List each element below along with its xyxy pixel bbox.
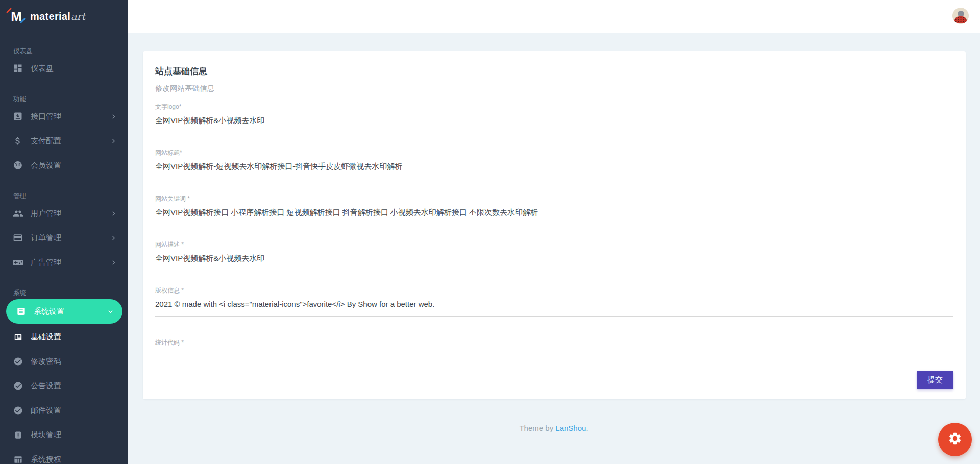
sidebar-subitem-basic-settings[interactable]: 基础设置: [0, 325, 128, 349]
chevron-right-icon: [110, 113, 117, 120]
reader-icon: [12, 331, 23, 343]
input-underline: [155, 225, 953, 225]
site-keywords-label: 网站关键词 *: [155, 194, 953, 203]
sidebar-item-payment-config[interactable]: 支付配置: [0, 129, 128, 153]
chevron-right-icon: [110, 259, 117, 266]
sidebar-subitem-announcement-settings[interactable]: 公告设置: [0, 374, 128, 398]
top-bar: [128, 0, 980, 33]
settings-fab-button[interactable]: [938, 423, 972, 456]
field-group-site-keywords: 网站关键词 * 全网VIP视频解析接口 小程序解析接口 短视频解析接口 抖音解析…: [155, 194, 953, 225]
analytics-code-label: 统计代码 *: [155, 338, 953, 347]
brand-name: material art: [30, 11, 85, 22]
site-keywords-input[interactable]: 全网VIP视频解析接口 小程序解析接口 短视频解析接口 抖音解析接口 小视频去水…: [155, 208, 953, 217]
ad-gamepad-icon: [12, 257, 23, 268]
text-logo-label: 文字logo*: [155, 103, 953, 111]
sidebar-section-dashboard: 仪表盘: [0, 46, 128, 56]
app-logo[interactable]: M material art: [0, 0, 128, 33]
sidebar-item-dashboard[interactable]: 仪表盘: [0, 56, 128, 81]
card-subtitle: 修改网站基础信息: [155, 84, 953, 93]
analytics-code-input[interactable]: [155, 352, 953, 352]
chevron-right-icon: [110, 234, 117, 242]
sidebar: M material art 仪表盘 仪表盘 功能 接口管理 支付配置: [0, 0, 128, 464]
footer-period: .: [586, 424, 588, 432]
module-box-icon: [12, 429, 23, 441]
sidebar-section-functions: 功能: [0, 94, 128, 104]
input-underline: [155, 179, 953, 179]
footer-text: Theme by: [519, 424, 555, 432]
users-icon: [12, 208, 23, 219]
check-circle-icon: [12, 405, 23, 416]
theme-author-link[interactable]: LanShou: [555, 424, 586, 432]
user-avatar[interactable]: [952, 8, 969, 24]
sidebar-section-system: 系统: [0, 288, 128, 298]
field-group-copyright: 版权信息 * 2021 © made with <i class="materi…: [155, 286, 953, 317]
order-card-icon: [12, 232, 23, 243]
sidebar-section-management: 管理: [0, 191, 128, 201]
avatar-torso-shape: [954, 16, 967, 23]
sidebar-subitem-mail-settings[interactable]: 邮件设置: [0, 398, 128, 423]
chevron-right-icon: [110, 137, 117, 145]
sidebar-subitem-module-management[interactable]: 模块管理: [0, 423, 128, 447]
dashboard-icon: [12, 63, 23, 74]
copyright-input[interactable]: 2021 © made with <i class="material-icon…: [155, 300, 953, 309]
site-title-input[interactable]: 全网VIP视频解析-短视频去水印解析接口-抖音快手皮皮虾微视去水印解析: [155, 162, 953, 172]
chevron-down-icon: [107, 308, 114, 315]
gear-icon: [948, 431, 962, 448]
input-underline: [155, 271, 953, 271]
sidebar-item-api-management[interactable]: 接口管理: [0, 104, 128, 129]
check-circle-icon: [12, 380, 23, 392]
field-group-analytics-code: 统计代码 *: [155, 338, 953, 352]
avatar-head-shape: [958, 11, 964, 16]
site-basic-info-card: 站点基础信息 修改网站基础信息 文字logo* 全网VIP视频解析&小视频去水印…: [143, 51, 966, 399]
text-logo-input[interactable]: 全网VIP视频解析&小视频去水印: [155, 116, 953, 126]
site-description-label: 网站描述 *: [155, 240, 953, 249]
dollar-icon: [12, 135, 23, 146]
check-circle-icon: [12, 356, 23, 367]
field-group-text-logo: 文字logo* 全网VIP视频解析&小视频去水印: [155, 103, 953, 133]
site-title-label: 网站标题*: [155, 149, 953, 157]
sidebar-subitem-system-license[interactable]: 系统授权: [0, 447, 128, 464]
card-title: 站点基础信息: [155, 51, 953, 77]
sidebar-item-order-management[interactable]: 订单管理: [0, 226, 128, 250]
footer: Theme by LanShou.: [128, 424, 980, 432]
member-face-icon: [12, 160, 23, 171]
license-grid-icon: [12, 454, 23, 464]
input-underline: [155, 133, 953, 133]
sidebar-item-user-management[interactable]: 用户管理: [0, 201, 128, 226]
submit-button[interactable]: 提交: [917, 371, 953, 389]
sidebar-item-ad-management[interactable]: 广告管理: [0, 250, 128, 275]
copyright-label: 版权信息 *: [155, 286, 953, 295]
sidebar-item-system-settings[interactable]: 系统设置: [6, 299, 122, 324]
sidebar-subitem-change-password[interactable]: 修改密码: [0, 349, 128, 374]
submit-row: 提交: [155, 371, 953, 389]
sidebar-item-member-settings[interactable]: 会员设置: [0, 153, 128, 178]
input-underline: [155, 316, 953, 317]
system-list-icon: [15, 306, 27, 317]
brand-monogram-icon: M: [8, 8, 24, 25]
main-content: 站点基础信息 修改网站基础信息 文字logo* 全网VIP视频解析&小视频去水印…: [128, 33, 980, 464]
field-group-site-description: 网站描述 * 全网VIP视频解析&小视频去水印: [155, 240, 953, 271]
site-description-input[interactable]: 全网VIP视频解析&小视频去水印: [155, 254, 953, 263]
chevron-right-icon: [110, 210, 117, 217]
field-group-site-title: 网站标题* 全网VIP视频解析-短视频去水印解析接口-抖音快手皮皮虾微视去水印解…: [155, 149, 953, 179]
api-box-icon: [12, 111, 23, 122]
